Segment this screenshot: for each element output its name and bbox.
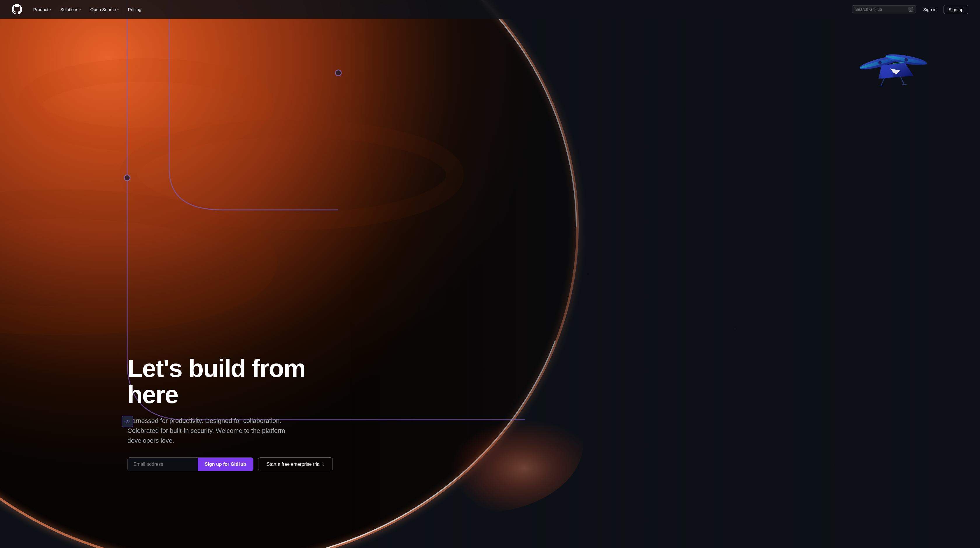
svg-line-24 <box>893 62 905 64</box>
github-logo[interactable] <box>12 4 22 14</box>
svg-marker-17 <box>890 68 900 74</box>
svg-point-22 <box>878 61 882 64</box>
search-input[interactable] <box>855 7 906 12</box>
hero-actions: Sign up for GitHub Start a free enterpri… <box>127 457 349 471</box>
svg-line-19 <box>900 76 904 84</box>
enterprise-trial-label: Start a free enterprise trial <box>267 462 321 467</box>
search-box[interactable]: / <box>852 5 916 13</box>
navbar: Product ▾ Solutions ▾ Open Source ▾ Pric… <box>0 0 980 19</box>
svg-point-2 <box>29 70 262 140</box>
svg-point-3 <box>128 128 455 222</box>
drone-illustration <box>855 44 931 102</box>
svg-point-12 <box>885 52 928 68</box>
email-input[interactable] <box>128 457 198 471</box>
signup-button[interactable]: Sign up <box>943 5 968 14</box>
nav-solutions[interactable]: Solutions ▾ <box>56 5 85 14</box>
svg-point-11 <box>859 53 901 72</box>
nav-opensource[interactable]: Open Source ▾ <box>86 5 123 14</box>
nav-links: Product ▾ Solutions ▾ Open Source ▾ Pric… <box>29 5 852 14</box>
nav-pricing[interactable]: Pricing <box>124 5 146 14</box>
opensource-chevron-icon: ▾ <box>117 8 119 11</box>
svg-point-23 <box>904 58 908 62</box>
search-kbd-shortcut: / <box>908 7 913 12</box>
hero-title: Let's build from here <box>127 355 349 408</box>
hero-section: Product ▾ Solutions ▾ Open Source ▾ Pric… <box>0 0 980 548</box>
email-signup-group: Sign up for GitHub <box>127 457 253 471</box>
code-icon: </> <box>124 419 130 424</box>
svg-marker-16 <box>881 64 893 79</box>
nav-product[interactable]: Product ▾ <box>29 5 55 14</box>
svg-point-13 <box>859 56 900 70</box>
enterprise-trial-button[interactable]: Start a free enterprise trial › <box>258 457 333 471</box>
signin-button[interactable]: Sign in <box>920 5 940 14</box>
svg-marker-15 <box>878 63 913 79</box>
signup-github-button[interactable]: Sign up for GitHub <box>198 457 253 471</box>
hero-content: Let's build from here Harnessed for prod… <box>127 355 349 471</box>
svg-point-9 <box>124 175 130 181</box>
nav-pricing-label: Pricing <box>128 7 142 12</box>
svg-line-18 <box>881 78 885 86</box>
svg-point-4 <box>0 204 262 321</box>
nav-opensource-label: Open Source <box>90 7 116 12</box>
product-chevron-icon: ▾ <box>49 8 51 11</box>
nav-product-label: Product <box>33 7 48 12</box>
svg-rect-8 <box>350 0 980 548</box>
svg-point-7 <box>373 373 583 513</box>
hero-subtitle: Harnessed for productivity. Designed for… <box>127 416 308 446</box>
svg-point-14 <box>885 54 927 65</box>
svg-point-10 <box>336 70 341 76</box>
nav-solutions-label: Solutions <box>60 7 78 12</box>
solutions-chevron-icon: ▾ <box>80 8 81 11</box>
nav-right: / Sign in Sign up <box>852 5 968 14</box>
enterprise-arrow-icon: › <box>323 462 325 467</box>
code-icon-badge: </> <box>122 416 133 427</box>
